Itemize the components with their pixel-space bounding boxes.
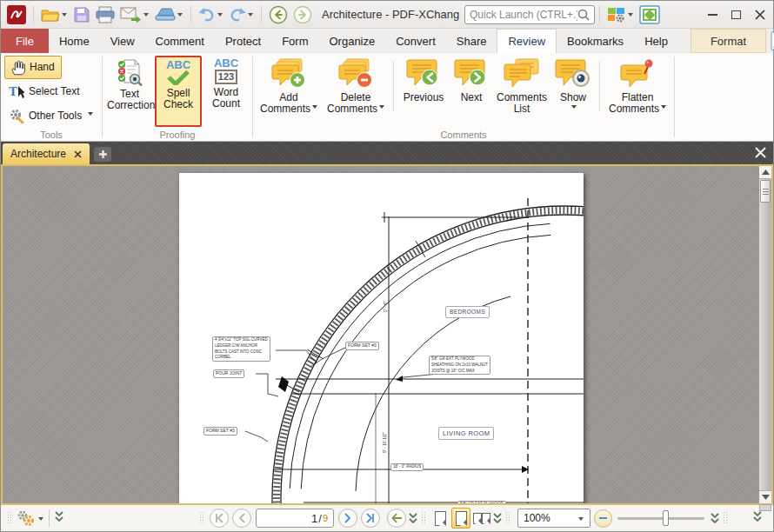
double-chevron-down-icon: [54, 511, 64, 522]
email-button[interactable]: [117, 3, 152, 26]
close-document-button[interactable]: [748, 146, 773, 162]
document-tab-architecture[interactable]: Architecture: [3, 143, 90, 164]
nav-forward-button[interactable]: [290, 3, 315, 26]
tab-format[interactable]: Format: [691, 29, 766, 53]
quick-launch-input[interactable]: Quick Launch (CTRL+.): [464, 5, 595, 24]
single-page-layout-button[interactable]: [430, 508, 450, 529]
expand-statusbar-button[interactable]: [54, 510, 64, 526]
scan-button[interactable]: [152, 3, 186, 26]
tab-review[interactable]: Review: [497, 29, 557, 53]
scrollbar-thumb[interactable]: [760, 180, 771, 203]
comments-list-icon: [504, 58, 540, 90]
delete-comment-icon: [337, 58, 374, 90]
tab-comment[interactable]: Comment: [145, 29, 215, 53]
flatten-comments-button[interactable]: Flatten Comments: [604, 56, 671, 127]
app-logo-icon[interactable]: [4, 3, 29, 26]
minimize-button[interactable]: [701, 3, 724, 26]
show-comments-button[interactable]: Show: [551, 56, 595, 127]
previous-comment-icon: [406, 58, 441, 90]
group-tools: Hand T Select Text Other Tools Tools: [1, 53, 102, 141]
new-tab-button[interactable]: [94, 147, 111, 162]
tab-protect[interactable]: Protect: [215, 29, 271, 53]
maximize-button[interactable]: [724, 3, 748, 26]
select-text-button[interactable]: T Select Text: [4, 80, 98, 103]
tab-organize[interactable]: Organize: [318, 29, 385, 53]
next-page-icon: [344, 513, 352, 523]
redo-button[interactable]: [226, 3, 257, 26]
living-room-label: LIVING ROOM: [438, 427, 494, 440]
radius-dimension-label: 18' - 0" RADIUS: [390, 463, 424, 471]
next-comment-icon: [454, 58, 489, 90]
next-page-button[interactable]: [338, 509, 357, 528]
scroll-up-button[interactable]: [759, 166, 771, 179]
pour-joint-label: POUR JOINT: [213, 369, 244, 378]
check-icon: [167, 70, 190, 85]
first-page-button[interactable]: [210, 509, 229, 528]
printer-icon: [96, 6, 115, 23]
first-page-icon: [214, 513, 224, 523]
hand-tool-label: Hand: [30, 61, 55, 73]
scanner-icon: [155, 7, 176, 22]
tab-form[interactable]: Form: [271, 29, 318, 53]
word-count-123-icon: 123: [215, 70, 237, 84]
close-button[interactable]: [748, 3, 771, 26]
comments-list-label: Comments List: [495, 92, 549, 115]
fit-page-icon: [456, 511, 467, 526]
word-count-button[interactable]: ABC 123 Word Count: [204, 56, 249, 127]
hand-icon: [10, 58, 25, 76]
search-icon: [577, 9, 590, 21]
save-button[interactable]: [70, 3, 93, 26]
text-correction-button[interactable]: Text Correction: [106, 56, 153, 127]
view-history-chevrons-icon[interactable]: [408, 513, 418, 524]
tab-home[interactable]: Home: [49, 29, 100, 53]
spell-check-button[interactable]: ABC Spell Check: [155, 56, 202, 127]
next-comment-button[interactable]: Next: [450, 56, 492, 127]
layout-options-chevrons-icon[interactable]: [492, 513, 503, 524]
plywood-note: 5/8" GR EXT PLYWOOD SHEATHING ON 2x10 WA…: [429, 356, 490, 375]
tab-view[interactable]: View: [100, 29, 145, 53]
zoom-slider-handle[interactable]: [663, 510, 669, 526]
page-number-input[interactable]: [283, 512, 317, 525]
other-tools-label: Other Tools: [29, 110, 82, 122]
status-options-button[interactable]: [16, 509, 44, 528]
document-viewport: 9' - 10 1/2" 2' - 6" BEDROOMS LIVING ROO…: [1, 164, 773, 505]
other-tools-button[interactable]: Other Tools: [4, 103, 98, 127]
customize-toolbars-button[interactable]: [604, 3, 637, 26]
previous-comment-button[interactable]: Previous: [398, 56, 449, 127]
tab-share[interactable]: Share: [446, 29, 497, 53]
tab-convert[interactable]: Convert: [385, 29, 446, 53]
fit-page-layout-button[interactable]: [451, 508, 470, 529]
expand-toolbar-button[interactable]: [752, 510, 763, 526]
scroll-down-button[interactable]: [759, 490, 771, 503]
find-document-icon: [770, 31, 774, 50]
delete-comments-button[interactable]: Delete Comments: [323, 56, 389, 127]
tab-file[interactable]: File: [1, 29, 49, 53]
tab-bookmarks[interactable]: Bookmarks: [557, 29, 634, 53]
find-button[interactable]: Find...: [766, 31, 774, 50]
vertical-scrollbar[interactable]: [758, 166, 771, 503]
word-count-label: Word Count: [207, 87, 245, 110]
zoom-out-button[interactable]: [594, 509, 612, 528]
add-comments-button[interactable]: Add Comments: [257, 56, 321, 127]
last-page-button[interactable]: [361, 509, 380, 528]
previous-view-button[interactable]: [387, 509, 406, 528]
two-page-layout-button[interactable]: [472, 508, 491, 529]
group-label-comments: Comments: [253, 130, 674, 140]
window-title: Architecture - PDF-XChang...: [322, 8, 459, 21]
tab-close-icon[interactable]: [74, 150, 82, 158]
zoom-options-chevrons-icon[interactable]: [710, 513, 720, 524]
select-text-icon: T: [9, 83, 24, 99]
print-button[interactable]: [93, 3, 117, 26]
nav-back-button[interactable]: [266, 3, 290, 26]
redo-icon: [229, 7, 246, 22]
open-button[interactable]: [38, 3, 70, 26]
quick-launch-placeholder: Quick Launch (CTRL+.): [470, 9, 577, 21]
zoom-slider[interactable]: [617, 517, 704, 520]
zoom-level-select[interactable]: 100%: [517, 509, 591, 528]
comments-list-button[interactable]: Comments List: [494, 56, 550, 127]
previous-page-button[interactable]: [232, 509, 251, 528]
tab-help[interactable]: Help: [634, 29, 678, 53]
fullscreen-button[interactable]: [637, 3, 663, 26]
undo-button[interactable]: [196, 3, 226, 26]
hand-tool-button[interactable]: Hand: [4, 56, 62, 79]
